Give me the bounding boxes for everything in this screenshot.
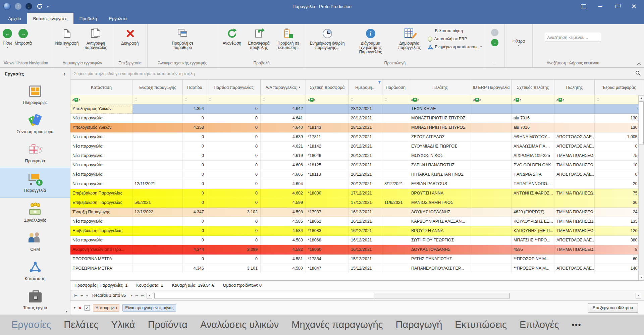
column-header[interactable]: Παράδοση (382, 80, 409, 95)
grid-cell[interactable]: 75,0 (595, 189, 644, 198)
grid-cell[interactable] (471, 132, 512, 142)
grid-cell[interactable]: ΚΑΡΒΟΥΝΙΑΡΗΣ ΑΛΕΞΑΝ... (409, 217, 471, 226)
grid-cell[interactable]: 4.599 (261, 198, 306, 208)
grid-cell[interactable]: 15/12/2021 (349, 264, 382, 273)
view-in-window-button[interactable]: Προβολή σε παράθυρο (166, 27, 200, 51)
sidebar-item-project-type[interactable]: Τύπος έργου (0, 285, 70, 315)
grid-cell[interactable]: 0 (183, 198, 207, 208)
sidebar-item-quick-offer[interactable]: Σύντομη προσφορά (0, 109, 70, 138)
grid-cell[interactable] (554, 114, 595, 123)
bottom-tab-Μηχανές παραγωγής[interactable]: Μηχανές παραγωγής (291, 319, 383, 330)
grid-cell[interactable] (471, 189, 512, 198)
minimize-button[interactable] (593, 1, 608, 11)
grid-cell[interactable]: 130,0 (595, 123, 644, 132)
grid-cell[interactable] (132, 142, 183, 151)
grid-cell[interactable]: FABIAN PARTOUS (409, 179, 471, 189)
app-logo-icon[interactable] (3, 3, 11, 10)
grid-cell[interactable]: *17937 (306, 208, 349, 217)
table-row[interactable]: Έναρξη Παραγωγής12/1/20224.3473.1024.598… (70, 208, 644, 217)
scroll-up-icon[interactable]: ▲ (639, 95, 644, 101)
grid-cell[interactable] (471, 114, 512, 123)
grid-cell[interactable] (471, 161, 512, 170)
table-row[interactable]: ΠΡΟΣΩΡΙΝΑ ΜΕΤΡΑ004.581*1788415/12/2021ΡΑ… (70, 255, 644, 264)
grid-cell[interactable]: 8/12/2021 (382, 179, 409, 189)
grid-cell[interactable]: 0 (207, 226, 261, 236)
grid-cell[interactable]: ΑΝΑΛΩΣΙΜΑ ΓΙΑ ... (512, 142, 554, 151)
back-button[interactable]: ← Πίσω ▾ (2, 27, 13, 50)
grid-cell[interactable]: 28/12/2021 (349, 104, 382, 114)
grid-cell[interactable]: 20/12/2021 (349, 142, 382, 151)
grid-cell[interactable] (132, 189, 183, 198)
grid-cell[interactable]: Νέα παραγγελία (70, 217, 132, 226)
grid-cell[interactable]: 17/12/2021 (349, 198, 382, 208)
grid-cell[interactable]: *17811 (306, 132, 349, 142)
grid-cell[interactable]: Επιβεβαίωση Παραγγελίας (70, 226, 132, 236)
grid-cell[interactable] (471, 226, 512, 236)
panel-toggle-button[interactable] (576, 1, 591, 11)
grid-cell[interactable] (554, 104, 595, 114)
horizontal-scrollbar[interactable] (154, 293, 510, 298)
grid-cell[interactable]: 4.640 (261, 123, 306, 132)
scrollbar-thumb[interactable] (155, 293, 375, 298)
grid-cell[interactable]: 60,0 (595, 255, 644, 264)
grid-cell[interactable]: ΜΑΝΙΟΣ ΔΗΜΗΤΡΙΟΣ (409, 198, 471, 208)
grid-cell[interactable]: ΠΑΝΔΡΙΑ ΣΙΤΑ (512, 170, 554, 179)
grid-cell[interactable]: 4.585 (261, 217, 306, 226)
grid-cell[interactable]: 16/12/2021 (349, 217, 382, 226)
grid-cell[interactable]: 0 (183, 161, 207, 170)
refresh-button[interactable] (36, 3, 43, 10)
grid-cell[interactable]: 17/12/2021 (349, 189, 382, 198)
new-record-button[interactable]: Νέα εγγραφή ▾ (54, 27, 80, 50)
grid-cell[interactable]: *18142 (306, 142, 349, 151)
column-header[interactable]: Πελάτης (409, 80, 471, 95)
next-page-button[interactable]: ▸▸ (135, 294, 139, 297)
grid-cell[interactable]: 4.583 (261, 236, 306, 245)
grid-cell[interactable]: ΑΘΗΝΑ ΜΟΥΤΟΥ... (512, 132, 554, 142)
grid-cell[interactable] (132, 255, 183, 264)
grid-cell[interactable]: 135,0 (595, 217, 644, 226)
bottom-tab-overflow-button[interactable]: ••• (572, 321, 581, 329)
grid-cell[interactable]: 4.619 (261, 151, 306, 161)
grid-cell[interactable]: **ΠΡΟΣΩΡΙΝΑ Μ... (512, 264, 554, 273)
table-row[interactable]: Επιβεβαίωση Παραγγελίας004.584*1808316/1… (70, 226, 644, 236)
column-header[interactable]: Σχετική προσφορά (306, 80, 349, 95)
grid-cell[interactable] (471, 198, 512, 208)
filter-enabled-checkbox[interactable]: ✓ (85, 305, 90, 311)
grid-cell[interactable]: ΖΑΡΙΦΗ ΠΑΝΑΓΙΩΤΗΣ (409, 161, 471, 170)
grid-cell[interactable]: 28/12/2021 (349, 123, 382, 132)
grid-cell[interactable]: ΠΑΠΑΝΕΛΟΠΟΥΛΟΣ ΓΕΡ... (409, 264, 471, 273)
column-header[interactable]: Έναρξη παραγωγής (132, 80, 183, 95)
grid-cell[interactable]: ΕΥΘΥΜΙΑΔΗΣ ΓΙΩΡΓΟΣ (409, 142, 471, 151)
column-header[interactable]: Πωλητής (554, 80, 595, 95)
filter-cell[interactable]: aBc (409, 95, 471, 104)
text-search-box[interactable] (545, 33, 601, 42)
grid-cell[interactable]: ΤΕΧΝΙΚΗ ΑΕ (409, 104, 471, 114)
grid-cell[interactable] (132, 245, 183, 255)
grid-cell[interactable]: 0 (207, 217, 261, 226)
copy-order-button[interactable]: Αντιγραφή παραγγελίας (81, 27, 111, 51)
grid-cell[interactable]: 0 (183, 142, 207, 151)
grid-cell[interactable]: ΡΑΤΗΣ ΠΑΝΑΓΙΩΤΗΣ (409, 255, 471, 264)
sidebar-collapse-icon[interactable]: ‹ (63, 71, 65, 77)
grid-cell[interactable]: 12/11/2021 (132, 179, 183, 189)
grid-cell[interactable]: Νέα παραγγελία (70, 170, 132, 179)
grid-cell[interactable]: *18047 (306, 264, 349, 273)
grid-cell[interactable]: alu 7016 (512, 123, 554, 132)
grid-cell[interactable] (471, 217, 512, 226)
grid-cell[interactable]: 4.346 (183, 264, 207, 273)
grid-cell[interactable]: ΤΜΗΜΑ ΠΩΛΗΣΕΩ... (554, 245, 595, 255)
filter-cell[interactable]: aBc (554, 95, 595, 104)
grid-cell[interactable] (382, 208, 409, 217)
grid-cell[interactable] (382, 123, 409, 132)
grid-cell[interactable] (554, 123, 595, 132)
hscroll-left-button[interactable]: ◂ (147, 293, 152, 298)
grid-cell[interactable] (382, 151, 409, 161)
grid-cell[interactable]: PVC GOLDEN OAK (512, 161, 554, 170)
filter-dropdown-icon[interactable]: ▾ (74, 306, 75, 310)
grid-cell[interactable]: 0 (207, 198, 261, 208)
grid-cell[interactable]: 20/12/2021 (349, 151, 382, 161)
next-record-button[interactable]: ▸ (130, 294, 133, 297)
grid-cell[interactable]: *18125 (306, 161, 349, 170)
grid-cell[interactable]: alu 7016 (512, 114, 554, 123)
table-row[interactable]: Επιβεβαίωση Παραγγελίας5/5/2021004.59917… (70, 198, 644, 208)
